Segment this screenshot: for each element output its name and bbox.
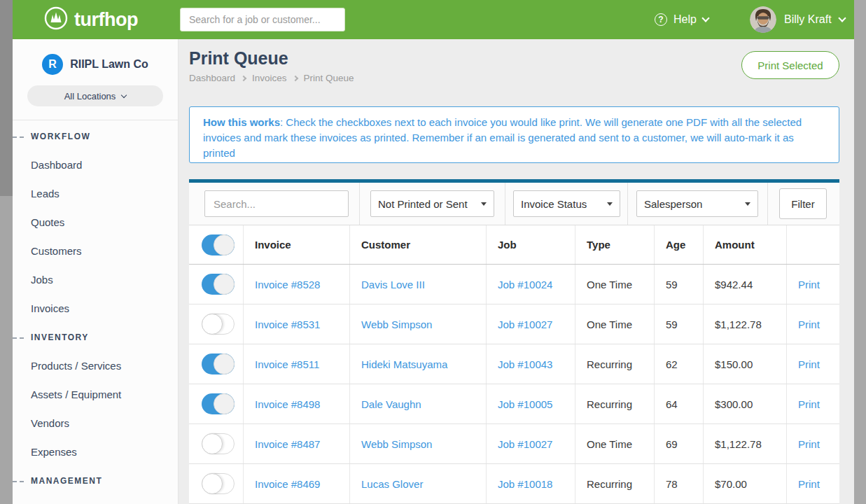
customer-link[interactable]: Hideki Matsuyama bbox=[361, 358, 447, 370]
customer-link[interactable]: Webb Simpson bbox=[361, 438, 432, 450]
print-link[interactable]: Print bbox=[798, 398, 820, 410]
row-select-cell bbox=[189, 344, 244, 384]
customer-link[interactable]: Davis Love III bbox=[361, 279, 425, 290]
sidebar-section-workflow: WORKFLOW bbox=[13, 122, 178, 150]
invoice-link[interactable]: Invoice #8487 bbox=[255, 438, 320, 450]
filter-status-section: Invoice Status bbox=[505, 183, 628, 225]
sidebar-item-row: Products / Services bbox=[13, 351, 178, 380]
job-link[interactable]: Job #10024 bbox=[498, 279, 552, 290]
invoice-cell: Invoice #8498 bbox=[244, 384, 350, 424]
amount-cell: $1,122.78 bbox=[704, 424, 787, 463]
sidebar-item-row: Expenses bbox=[13, 438, 178, 466]
left-scrollbar[interactable] bbox=[0, 0, 13, 504]
invoice-status-dropdown[interactable]: Invoice Status bbox=[513, 190, 620, 217]
chevron-down-icon bbox=[701, 14, 709, 22]
breadcrumb-separator-icon bbox=[241, 75, 246, 80]
row-select-toggle[interactable] bbox=[202, 274, 235, 295]
print-link[interactable]: Print bbox=[798, 358, 820, 370]
filter-search-input[interactable] bbox=[204, 190, 349, 217]
sidebar: R RIIPL Lawn Co All Locations WORKFLOWDa… bbox=[13, 39, 179, 504]
filter-button-section: Filter bbox=[768, 183, 839, 225]
job-link[interactable]: Job #10018 bbox=[498, 478, 552, 490]
filter-bar: Not Printed or Sent Invoice Status Sales… bbox=[189, 183, 839, 225]
sidebar-item-quotes[interactable]: Quotes bbox=[31, 216, 64, 228]
invoice-link[interactable]: Invoice #8469 bbox=[255, 478, 320, 490]
main-content: Print Queue DashboardInvoicesPrint Queue… bbox=[179, 39, 854, 504]
row-select-cell bbox=[189, 424, 244, 463]
invoice-cell: Invoice #8531 bbox=[244, 304, 350, 344]
company-header: R RIIPL Lawn Co bbox=[13, 39, 178, 75]
top-navbar: turfhop ? Help bbox=[13, 0, 854, 39]
location-selector[interactable]: All Locations bbox=[27, 85, 163, 106]
invoice-link[interactable]: Invoice #8531 bbox=[255, 318, 320, 330]
sidebar-item-row: Jobs bbox=[13, 265, 178, 294]
select-all-toggle[interactable] bbox=[202, 234, 235, 255]
print-link[interactable]: Print bbox=[798, 279, 820, 290]
invoice-link[interactable]: Invoice #8528 bbox=[255, 279, 320, 290]
filter-search-section bbox=[189, 183, 360, 225]
job-link[interactable]: Job #10027 bbox=[498, 318, 552, 330]
sidebar-item-expenses[interactable]: Expenses bbox=[31, 446, 77, 458]
breadcrumb-item-invoices[interactable]: Invoices bbox=[252, 73, 287, 83]
customer-link[interactable]: Lucas Glover bbox=[361, 478, 423, 490]
row-select-toggle[interactable] bbox=[202, 433, 235, 454]
print-link[interactable]: Print bbox=[798, 478, 820, 490]
breadcrumb-item-dashboard[interactable]: Dashboard bbox=[189, 73, 235, 83]
age-cell: 59 bbox=[655, 265, 704, 304]
print-link[interactable]: Print bbox=[798, 438, 820, 450]
sidebar-item-leads[interactable]: Leads bbox=[31, 188, 60, 200]
sidebar-nav: WORKFLOWDashboardLeadsQuotesCustomersJob… bbox=[13, 122, 178, 504]
left-scrollbar-thumb[interactable] bbox=[0, 0, 13, 196]
age-cell: 64 bbox=[655, 384, 704, 424]
sidebar-item-products-services[interactable]: Products / Services bbox=[31, 360, 121, 372]
amount-cell: $300.00 bbox=[704, 384, 787, 424]
printed-status-dropdown[interactable]: Not Printed or Sent bbox=[370, 190, 494, 217]
sidebar-section-label: INVENTORY bbox=[31, 332, 89, 342]
user-menu[interactable]: Billy Kraft bbox=[750, 0, 845, 39]
type-cell: One Time bbox=[575, 265, 655, 304]
sidebar-item-jobs[interactable]: Jobs bbox=[31, 274, 53, 286]
print-link[interactable]: Print bbox=[798, 318, 820, 330]
app-logo[interactable]: turfhop bbox=[44, 0, 138, 39]
column-header-age: Age bbox=[655, 225, 704, 264]
row-select-toggle[interactable] bbox=[202, 314, 235, 335]
job-link[interactable]: Job #10027 bbox=[498, 438, 552, 450]
sidebar-item-row: Customers bbox=[13, 237, 178, 265]
job-cell: Job #10027 bbox=[487, 424, 575, 463]
salesperson-dropdown[interactable]: Salesperson bbox=[636, 190, 758, 217]
action-cell: Print bbox=[787, 344, 839, 384]
row-select-toggle[interactable] bbox=[202, 393, 235, 414]
info-box-text: : Check the checkboxes next to each invo… bbox=[203, 116, 802, 159]
filter-button[interactable]: Filter bbox=[779, 188, 827, 219]
toggle-knob bbox=[202, 433, 223, 454]
select-all-cell bbox=[189, 225, 244, 264]
customer-link[interactable]: Webb Simpson bbox=[361, 318, 432, 330]
help-menu[interactable]: ? Help bbox=[655, 0, 708, 39]
invoice-link[interactable]: Invoice #8498 bbox=[255, 398, 320, 410]
sidebar-item-assets-equipment[interactable]: Assets / Equipment bbox=[31, 388, 121, 400]
job-link[interactable]: Job #10043 bbox=[498, 358, 552, 370]
invoice-link[interactable]: Invoice #8511 bbox=[255, 358, 319, 370]
table-row: Invoice #8469Lucas GloverJob #10018Recur… bbox=[189, 464, 839, 504]
chevron-down-icon bbox=[838, 14, 846, 22]
sidebar-item-customers[interactable]: Customers bbox=[31, 245, 82, 257]
job-link[interactable]: Job #10005 bbox=[498, 398, 552, 410]
column-header-type: Type bbox=[575, 225, 655, 264]
sidebar-item-dashboard[interactable]: Dashboard bbox=[31, 159, 82, 171]
row-select-toggle[interactable] bbox=[202, 473, 235, 494]
print-selected-button[interactable]: Print Selected bbox=[741, 51, 839, 79]
sidebar-item-invoices[interactable]: Invoices bbox=[31, 302, 69, 314]
invoice-cell: Invoice #8511 bbox=[244, 344, 350, 384]
sidebar-divider bbox=[13, 120, 178, 120]
global-search-input[interactable] bbox=[180, 8, 345, 31]
age-cell: 62 bbox=[655, 344, 704, 384]
sidebar-item-vendors[interactable]: Vendors bbox=[31, 417, 69, 429]
row-select-toggle[interactable] bbox=[202, 354, 235, 374]
table-row: Invoice #8487Webb SimpsonJob #10027One T… bbox=[189, 424, 839, 464]
action-cell: Print bbox=[787, 384, 839, 424]
app-window: turfhop ? Help bbox=[0, 0, 866, 504]
right-scrollbar[interactable] bbox=[854, 0, 866, 504]
customer-link[interactable]: Dale Vaughn bbox=[361, 398, 421, 410]
breadcrumb-item-print-queue[interactable]: Print Queue bbox=[304, 73, 354, 83]
action-cell: Print bbox=[787, 304, 839, 344]
